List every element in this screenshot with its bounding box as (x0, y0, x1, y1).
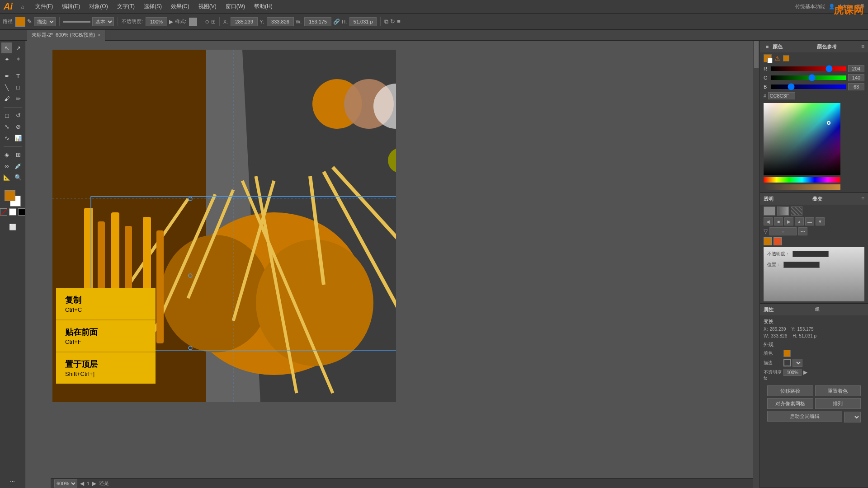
global-edit-btn[interactable]: 启动全局编辑 (767, 411, 842, 422)
v-scrollbar[interactable] (753, 41, 760, 488)
type-solid-btn[interactable] (764, 206, 775, 216)
fill-color-swatch[interactable] (783, 350, 791, 357)
rotate-tool[interactable]: ↺ (13, 110, 24, 121)
warp-tool[interactable]: ∿ (1, 132, 12, 143)
out-of-gamut-btn[interactable] (783, 55, 789, 61)
menu-select[interactable]: 选择(S) (140, 2, 165, 11)
r-slider[interactable] (771, 66, 846, 71)
menu-effect[interactable]: 效果(C) (167, 2, 193, 11)
align-right-btn[interactable]: ▶ (784, 217, 793, 225)
zoom-tool[interactable]: 🔍 (13, 172, 24, 183)
transform-icon[interactable]: ↻ (390, 18, 395, 25)
b-slider[interactable] (771, 84, 846, 89)
align-bottom-btn[interactable]: ▼ (816, 217, 825, 225)
context-menu-paste-front[interactable]: 贴在前面 Ctrl+F (56, 320, 156, 352)
more-tools[interactable]: ··· (7, 475, 18, 486)
menu-view[interactable]: 视图(V) (195, 2, 220, 11)
style-swatch[interactable] (189, 18, 197, 26)
artboard-tool[interactable]: ⬜ (6, 221, 19, 233)
measure-tool[interactable]: 📐 (1, 172, 12, 183)
lasso-tool[interactable]: ⌖ (13, 54, 24, 65)
menu-object[interactable]: 对象(O) (85, 2, 111, 11)
y-input[interactable] (267, 17, 294, 26)
blend-tool[interactable]: ∞ (1, 160, 12, 171)
context-menu-bring-top[interactable]: 置于顶层 Shift+Ctrl+] (56, 352, 156, 384)
stop-swatch-2[interactable] (774, 237, 782, 245)
hue-bar[interactable] (764, 177, 840, 183)
opacity-input[interactable] (146, 17, 167, 26)
tab-close-btn[interactable]: × (98, 33, 100, 38)
props-opacity-input[interactable] (783, 369, 802, 376)
menu-edit[interactable]: 编辑(E) (58, 2, 84, 11)
mesh-tool[interactable]: ⊞ (13, 149, 24, 160)
menu-help[interactable]: 帮助(H) (250, 2, 276, 11)
arrange-icon[interactable]: ⧉ (384, 18, 388, 25)
select-tool[interactable]: ↖ (1, 42, 12, 53)
fg-color-mode[interactable] (764, 54, 772, 62)
gradient-picker[interactable] (764, 103, 840, 175)
g-input[interactable] (848, 74, 864, 81)
fill-swatch[interactable] (5, 190, 15, 201)
h-input[interactable] (349, 17, 377, 26)
stroke-select[interactable] (793, 359, 802, 367)
eyedropper-tool[interactable]: 💉 (13, 160, 24, 171)
scale-tool[interactable]: ⤡ (1, 121, 12, 132)
eraser-tool[interactable]: ◻ (1, 110, 12, 121)
stop-swatch-1[interactable] (764, 237, 772, 245)
color-menu-icon[interactable]: ≡ (861, 43, 864, 50)
global-edit-select[interactable] (844, 412, 861, 422)
menu-text[interactable]: 文字(T) (113, 2, 138, 11)
arrange-btn[interactable]: 排列 (815, 398, 861, 409)
none-swatch[interactable] (0, 208, 7, 216)
type-tool[interactable]: T (13, 70, 24, 81)
align-grid-btn[interactable]: 对齐像素网格 (767, 398, 813, 409)
stroke-color-swatch[interactable] (783, 359, 791, 366)
toolbar-pen-icon[interactable]: ✎ (27, 18, 32, 25)
menu-window[interactable]: 窗口(W) (222, 2, 249, 11)
black-swatch[interactable] (18, 208, 25, 216)
gradient-tool[interactable]: ◈ (1, 149, 12, 160)
pencil-tool[interactable]: ✏ (13, 93, 24, 104)
shear-tool[interactable]: ⊘ (13, 121, 24, 132)
reset-color-btn[interactable]: 重置着色 (815, 385, 861, 396)
nav-prev[interactable]: ◀ (80, 480, 84, 487)
zoom-select[interactable]: 600% (54, 479, 77, 488)
pen-tool[interactable]: ✒ (1, 70, 12, 81)
graph-tool[interactable]: 📊 (13, 132, 24, 143)
link-icon[interactable]: 🔗 (333, 19, 340, 25)
b-input[interactable] (848, 83, 864, 90)
hex-input[interactable] (768, 92, 795, 99)
reverse-btn[interactable]: ↔ (769, 227, 797, 235)
blend-select[interactable]: 基本 (92, 17, 114, 26)
x-input[interactable] (231, 17, 258, 26)
v-scroll-thumb[interactable] (754, 41, 759, 68)
r-input[interactable] (848, 65, 864, 72)
direct-select-tool[interactable]: ↗ (13, 42, 24, 53)
align-left-btn[interactable]: ◀ (764, 217, 773, 225)
line-tool[interactable]: ╲ (1, 82, 12, 93)
type-grad-btn[interactable] (777, 206, 789, 216)
toolbar-fill-swatch[interactable] (15, 17, 25, 27)
dots-btn[interactable]: ••• (798, 227, 807, 235)
align-icon[interactable]: ≡ (397, 18, 401, 25)
trans-menu-icon[interactable]: ≡ (861, 196, 864, 202)
g-slider[interactable] (771, 75, 846, 80)
move-path-btn[interactable]: 位移路径 (767, 385, 813, 396)
canvas-area[interactable]: 复制 Ctrl+C 贴在前面 Ctrl+F 置于顶层 Shift+Ctrl+] … (25, 41, 760, 488)
align-top-btn[interactable]: ▲ (795, 217, 804, 225)
align-center-btn[interactable]: ■ (774, 217, 783, 225)
menu-file[interactable]: 文件(F) (32, 2, 57, 11)
brush-tool[interactable]: 🖌 (1, 93, 12, 104)
alpha-bar[interactable] (764, 184, 840, 190)
expand-icon[interactable]: ▽ (764, 228, 768, 235)
rect-tool[interactable]: □ (13, 82, 24, 93)
white-swatch[interactable] (9, 208, 16, 216)
opacity-expand[interactable]: ▶ (803, 369, 807, 375)
toolbar-mode-select[interactable]: 描边 (34, 17, 56, 26)
home-icon[interactable]: ⌂ (18, 2, 27, 11)
magic-wand-tool[interactable]: ✦ (1, 54, 12, 65)
w-input[interactable] (304, 17, 331, 26)
active-tab[interactable]: 未标题-2* 600% (RGB/预览) × (27, 30, 105, 41)
nav-next[interactable]: ▶ (92, 480, 96, 487)
opacity-chevron[interactable]: ▶ (169, 19, 173, 25)
